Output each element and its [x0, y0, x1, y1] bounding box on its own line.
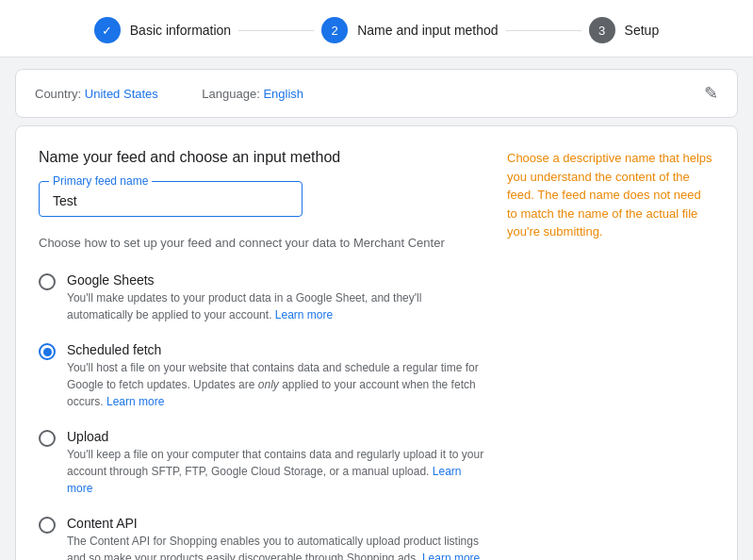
feed-name-input-wrapper: Primary feed name — [39, 181, 303, 217]
country-label: Country: — [35, 87, 81, 101]
radio-content-google-sheets: Google Sheets You'll make updates to you… — [67, 272, 484, 323]
radio-btn-content-api[interactable] — [39, 517, 56, 534]
radio-btn-google-sheets[interactable] — [39, 273, 56, 290]
radio-item-upload[interactable]: Upload You'll keep a file on your comput… — [39, 420, 484, 506]
step-circle-setup: 3 — [589, 17, 615, 43]
language-label: Language: — [202, 87, 259, 101]
step-circle-basic-info: ✓ — [94, 17, 121, 43]
learn-more-content-api[interactable]: Learn more — [422, 552, 480, 560]
radio-desc-text-google-sheets: You'll make updates to your product data… — [67, 291, 421, 321]
separator — [176, 87, 183, 101]
step-label-setup: Setup — [625, 23, 660, 38]
choose-method-label: Choose how to set up your feed and conne… — [39, 236, 484, 250]
radio-item-google-sheets[interactable]: Google Sheets You'll make updates to you… — [39, 263, 484, 333]
stepper: ✓ Basic information 2 Name and input met… — [0, 0, 753, 58]
step-number-setup: 3 — [598, 24, 605, 38]
radio-desc-google-sheets: You'll make updates to your product data… — [67, 289, 484, 323]
learn-more-scheduled-fetch[interactable]: Learn more — [106, 395, 164, 408]
radio-item-content-api[interactable]: Content API The Content API for Shopping… — [39, 506, 484, 560]
learn-more-google-sheets[interactable]: Learn more — [275, 308, 333, 321]
step-name-input: 2 Name and input method — [321, 17, 498, 43]
radio-title-content-api: Content API — [67, 516, 484, 531]
step-setup: 3 Setup — [589, 17, 660, 43]
edit-icon[interactable]: ✎ — [704, 83, 718, 104]
feed-name-input[interactable] — [53, 193, 288, 208]
radio-btn-scheduled-fetch[interactable] — [39, 343, 56, 360]
radio-desc-text-upload: You'll keep a file on your computer that… — [67, 448, 483, 478]
language-value: English — [263, 87, 303, 101]
step-circle-name-input: 2 — [321, 17, 348, 43]
card-right-hint: Choose a descriptive name that helps you… — [507, 149, 714, 560]
step-label-name-input: Name and input method — [357, 23, 498, 38]
step-basic-info: ✓ Basic information — [94, 17, 231, 43]
radio-btn-upload[interactable] — [39, 430, 56, 447]
info-bar: Country: United States Language: English… — [15, 69, 738, 118]
step-connector-2 — [506, 30, 581, 31]
main-card: Name your feed and choose an input metho… — [15, 125, 738, 560]
radio-title-google-sheets: Google Sheets — [67, 272, 484, 288]
country-value: United States — [85, 87, 158, 101]
radio-desc-content-api: The Content API for Shopping enables you… — [67, 533, 484, 560]
card-left: Name your feed and choose an input metho… — [39, 149, 484, 560]
radio-desc-text-content-api: The Content API for Shopping enables you… — [67, 535, 479, 560]
info-bar-text: Country: United States Language: English — [35, 87, 303, 101]
radio-desc-upload: You'll keep a file on your computer that… — [67, 446, 484, 497]
feed-name-label: Primary feed name — [49, 174, 152, 188]
radio-content-scheduled-fetch: Scheduled fetch You'll host a file on yo… — [67, 342, 484, 410]
step-check-icon: ✓ — [102, 24, 112, 38]
radio-content-content-api: Content API The Content API for Shopping… — [67, 516, 484, 560]
section-title: Name your feed and choose an input metho… — [39, 149, 484, 166]
radio-title-upload: Upload — [67, 429, 484, 444]
radio-title-scheduled-fetch: Scheduled fetch — [67, 342, 484, 357]
step-number-name-input: 2 — [332, 24, 338, 38]
radio-group: Google Sheets You'll make updates to you… — [39, 263, 484, 560]
radio-desc-scheduled-fetch: You'll host a file on your website that … — [67, 359, 484, 410]
step-connector-1 — [238, 30, 314, 31]
radio-content-upload: Upload You'll keep a file on your comput… — [67, 429, 484, 497]
step-label-basic-info: Basic information — [130, 23, 231, 38]
radio-item-scheduled-fetch[interactable]: Scheduled fetch You'll host a file on yo… — [39, 333, 484, 420]
card-inner: Name your feed and choose an input metho… — [39, 149, 714, 560]
